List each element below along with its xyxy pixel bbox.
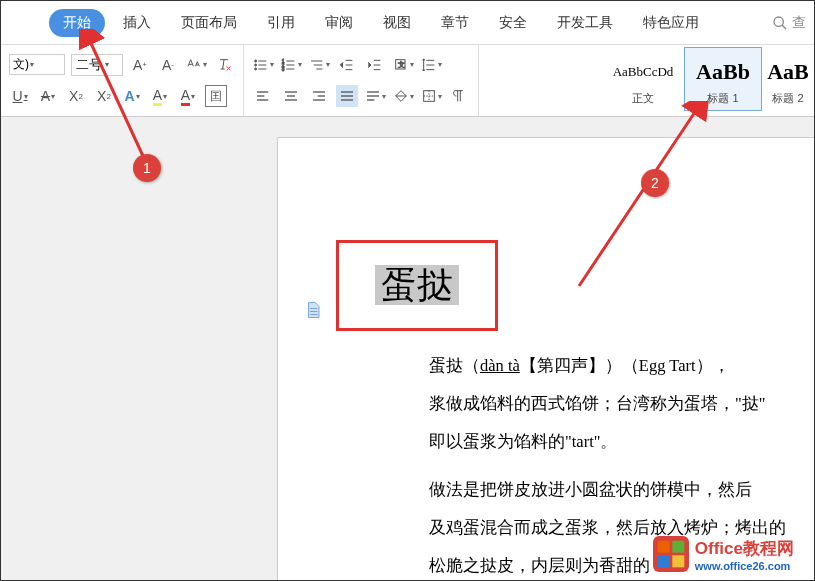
navigation-pane [1, 117, 257, 580]
show-marks-icon[interactable] [448, 85, 470, 107]
svg-line-1 [782, 25, 786, 29]
svg-point-0 [774, 17, 783, 26]
tab-chapter[interactable]: 章节 [429, 8, 481, 38]
line-spacing-icon[interactable]: ▾ [420, 54, 442, 76]
style-heading2-label: 标题 2 [772, 91, 803, 106]
paragraph-group: ▾ 123▾ ▾ 文▾ ▾ ▾ ▾ ▾ [244, 45, 479, 116]
bullets-icon[interactable]: ▾ [252, 54, 274, 76]
align-distributed-icon[interactable]: ▾ [364, 85, 386, 107]
align-center-icon[interactable] [280, 85, 302, 107]
strikethrough-icon[interactable]: A▾ [37, 85, 59, 107]
text-direction-icon[interactable]: 文▾ [392, 54, 414, 76]
style-heading1-preview: AaBb [696, 53, 750, 91]
svg-rect-52 [657, 555, 669, 567]
watermark-logo-icon [653, 536, 689, 572]
svg-rect-51 [672, 541, 684, 553]
clear-format-icon[interactable] [213, 54, 235, 76]
underline-icon[interactable]: U▾ [9, 85, 31, 107]
svg-point-2 [254, 60, 256, 62]
search-icon [772, 15, 788, 31]
increase-font-icon[interactable]: A+ [129, 54, 151, 76]
change-case-icon[interactable]: ▾ [185, 54, 207, 76]
watermark-title: Office教程网 [695, 537, 794, 560]
superscript-icon[interactable]: X2 [65, 85, 87, 107]
subscript-icon[interactable]: X2 [93, 85, 115, 107]
watermark: Office教程网 www.office26.com [653, 536, 794, 572]
tab-insert[interactable]: 插入 [111, 8, 163, 38]
style-heading2[interactable]: AaB 标题 2 [764, 47, 812, 111]
page-marker-icon [304, 300, 322, 320]
ribbon-tabs: 开始 插入 页面布局 引用 审阅 视图 章节 安全 开发工具 特色应用 查 [1, 1, 814, 45]
font-size-select[interactable]: 二号▾ [71, 54, 123, 76]
align-left-icon[interactable] [252, 85, 274, 107]
tab-references[interactable]: 引用 [255, 8, 307, 38]
style-heading1[interactable]: AaBb 标题 1 [684, 47, 762, 111]
highlight-icon[interactable]: A▾ [149, 85, 171, 107]
tab-view[interactable]: 视图 [371, 8, 423, 38]
tab-security[interactable]: 安全 [487, 8, 539, 38]
shading-icon[interactable]: ▾ [392, 85, 414, 107]
tab-pagelayout[interactable]: 页面布局 [169, 8, 249, 38]
search-text: 查 [792, 14, 806, 32]
numbering-icon[interactable]: 123▾ [280, 54, 302, 76]
svg-point-4 [254, 64, 256, 66]
char-border-icon[interactable]: 囯 [205, 85, 227, 107]
tab-featured[interactable]: 特色应用 [631, 8, 711, 38]
svg-point-6 [254, 68, 256, 70]
increase-indent-icon[interactable] [364, 54, 386, 76]
font-color-icon[interactable]: A▾ [177, 85, 199, 107]
document-page: 蛋挞 蛋挞（dàn tà【第四声】）（Egg Tart）， 浆做成馅料的西式馅饼… [277, 137, 815, 581]
context-select[interactable]: 文)▾ [9, 54, 65, 75]
style-normal[interactable]: AaBbCcDd 正文 [604, 47, 682, 111]
svg-text:3: 3 [281, 67, 284, 72]
styles-group: AaBbCcDd 正文 AaBb 标题 1 AaB 标题 2 [602, 45, 814, 116]
search-area[interactable]: 查 [772, 14, 814, 32]
decrease-font-icon[interactable]: A- [157, 54, 179, 76]
style-heading2-preview: AaB [767, 53, 809, 91]
svg-text:文: 文 [397, 61, 404, 68]
page-area: 蛋挞 蛋挞（dàn tà【第四声】）（Egg Tart）， 浆做成馅料的西式馅饼… [257, 117, 814, 580]
font-group: 文)▾ 二号▾ A+ A- ▾ U▾ A▾ X2 X2 A▾ A▾ A▾ 囯 [1, 45, 244, 116]
ribbon-toolbar: 文)▾ 二号▾ A+ A- ▾ U▾ A▾ X2 X2 A▾ A▾ A▾ 囯 ▾… [1, 45, 814, 117]
text-effect-icon[interactable]: A▾ [121, 85, 143, 107]
tab-review[interactable]: 审阅 [313, 8, 365, 38]
tab-devtools[interactable]: 开发工具 [545, 8, 625, 38]
borders-icon[interactable]: ▾ [420, 85, 442, 107]
style-normal-preview: AaBbCcDd [613, 53, 674, 91]
annotation-badge-2: 2 [641, 169, 669, 197]
watermark-url: www.office26.com [695, 560, 794, 572]
svg-rect-50 [657, 541, 669, 553]
multilevel-icon[interactable]: ▾ [308, 54, 330, 76]
title-highlight-box: 蛋挞 [336, 240, 498, 331]
svg-rect-53 [672, 555, 684, 567]
tab-home[interactable]: 开始 [49, 9, 105, 37]
style-heading1-label: 标题 1 [707, 91, 738, 106]
decrease-indent-icon[interactable] [336, 54, 358, 76]
annotation-badge-1: 1 [133, 154, 161, 182]
align-justify-icon[interactable] [336, 85, 358, 107]
document-title[interactable]: 蛋挞 [375, 265, 459, 305]
align-right-icon[interactable] [308, 85, 330, 107]
style-normal-label: 正文 [632, 91, 654, 106]
workspace: 蛋挞 蛋挞（dàn tà【第四声】）（Egg Tart）， 浆做成馅料的西式馅饼… [1, 117, 814, 580]
